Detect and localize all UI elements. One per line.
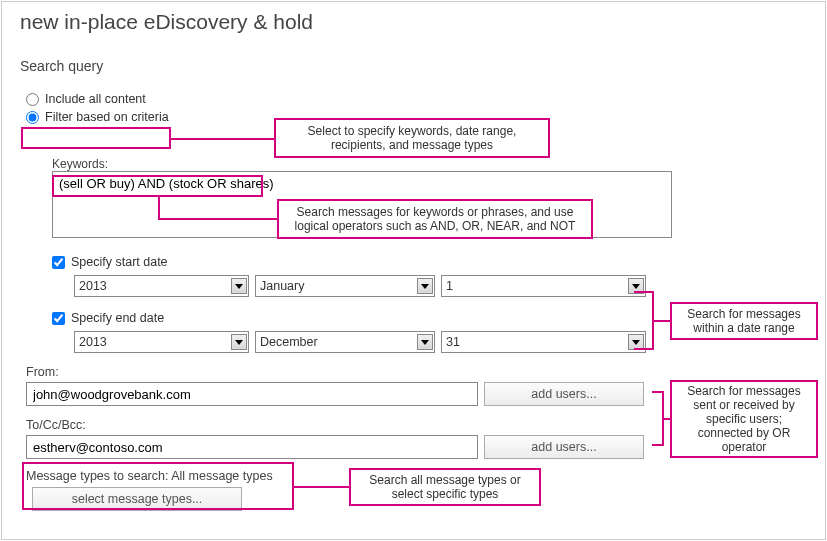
annotation-line	[171, 138, 276, 140]
annotation-filter-highlight	[21, 127, 171, 149]
dropdown-icon	[417, 334, 433, 350]
specify-start-date[interactable]: Specify start date	[52, 255, 806, 269]
annotation-users-callout: Search for messages sent or received by …	[670, 380, 818, 458]
radio-filter-criteria-label: Filter based on criteria	[45, 110, 169, 124]
specify-end-checkbox[interactable]	[52, 312, 65, 325]
section-title: Search query	[2, 34, 825, 74]
annotation-keywords-callout: Search messages for keywords or phrases,…	[277, 199, 593, 239]
start-month-select[interactable]: January	[255, 275, 435, 297]
annotation-bracket-top	[634, 291, 654, 293]
annotation-line	[294, 486, 350, 488]
add-users-from-button[interactable]: add users...	[484, 382, 644, 406]
add-users-to-button[interactable]: add users...	[484, 435, 644, 459]
annotation-line	[158, 218, 278, 220]
start-year-value: 2013	[79, 279, 227, 293]
radio-include-all-label: Include all content	[45, 92, 146, 106]
end-year-select[interactable]: 2013	[74, 331, 249, 353]
dropdown-icon	[231, 334, 247, 350]
from-label: From:	[26, 365, 806, 379]
start-day-select[interactable]: 1	[441, 275, 646, 297]
specify-start-checkbox[interactable]	[52, 256, 65, 269]
from-input[interactable]	[26, 382, 478, 406]
start-year-select[interactable]: 2013	[74, 275, 249, 297]
annotation-bracket-bottom	[634, 348, 654, 350]
end-year-value: 2013	[79, 335, 227, 349]
annotation-filter-callout: Select to specify keywords, date range, …	[274, 118, 550, 158]
specify-start-label: Specify start date	[71, 255, 168, 269]
to-input[interactable]	[26, 435, 478, 459]
radio-filter-criteria-input[interactable]	[26, 111, 39, 124]
page-title: new in-place eDiscovery & hold	[2, 2, 825, 34]
keywords-label: Keywords:	[52, 157, 806, 171]
start-month-value: January	[260, 279, 413, 293]
end-day-select[interactable]: 31	[441, 331, 646, 353]
specify-end-label: Specify end date	[71, 311, 164, 325]
start-day-value: 1	[446, 279, 624, 293]
end-month-value: December	[260, 335, 413, 349]
dropdown-icon	[417, 278, 433, 294]
annotation-line	[158, 197, 160, 220]
annotation-types-callout: Search all message types or select speci…	[349, 468, 541, 506]
select-message-types-button[interactable]: select message types...	[32, 487, 242, 511]
radio-include-all[interactable]: Include all content	[26, 92, 825, 106]
end-month-select[interactable]: December	[255, 331, 435, 353]
end-day-value: 31	[446, 335, 624, 349]
annotation-dates-callout: Search for messages within a date range	[670, 302, 818, 340]
radio-include-all-input[interactable]	[26, 93, 39, 106]
dropdown-icon	[231, 278, 247, 294]
